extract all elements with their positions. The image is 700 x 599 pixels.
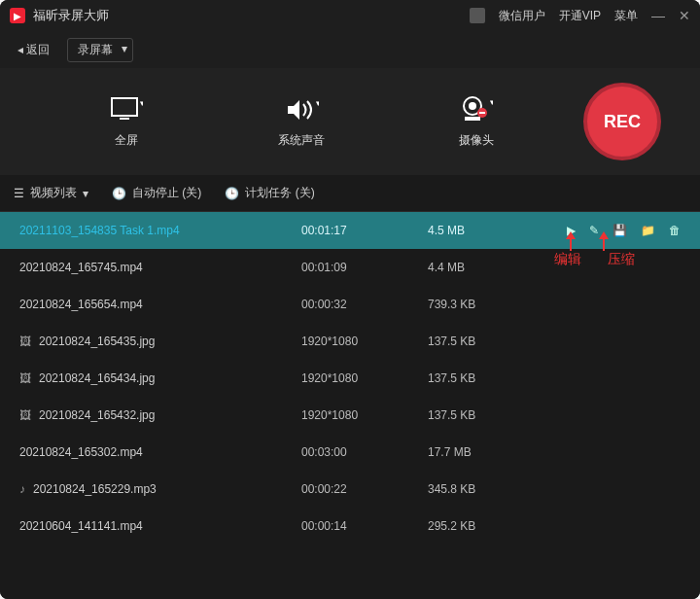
- file-name-cell: 20210824_165654.mp4: [19, 298, 301, 311]
- app-window: ▶ 福昕录屏大师 微信用户 开通VIP 菜单 — ✕ ◂ 返回 录屏幕 ▾ 全屏…: [0, 0, 700, 599]
- file-name-cell: ♪20210824_165229.mp3: [19, 482, 301, 496]
- file-name-cell: 20211103_154835 Task 1.mp4: [19, 224, 301, 237]
- file-list: 20211103_154835 Task 1.mp400:01:174.5 MB…: [0, 212, 700, 599]
- file-name: 20211103_154835 Task 1.mp4: [19, 224, 180, 237]
- clock-icon: 🕒: [225, 187, 239, 200]
- svg-rect-9: [479, 112, 485, 114]
- file-name-cell: 🖼20210824_165432.jpg: [19, 408, 301, 422]
- file-name-cell: 20210604_141141.mp4: [19, 519, 301, 533]
- autostop-label: 自动停止 (关): [132, 185, 201, 201]
- svg-point-6: [469, 102, 476, 110]
- file-row[interactable]: 🖼20210824_165432.jpg1920*1080137.5 KB: [0, 397, 700, 434]
- file-name: 20210824_165745.mp4: [19, 261, 143, 274]
- camera-icon: ▾: [460, 95, 493, 124]
- close-icon[interactable]: ✕: [679, 8, 690, 23]
- delete-icon[interactable]: 🗑: [669, 224, 681, 237]
- svg-marker-3: [288, 100, 299, 120]
- fullscreen-label: 全屏: [115, 132, 138, 149]
- fullscreen-option[interactable]: ▾ 全屏: [39, 95, 214, 149]
- menu-link[interactable]: 菜单: [614, 8, 638, 24]
- file-name: 20210824_165654.mp4: [19, 298, 143, 311]
- edit-icon[interactable]: ✎: [589, 224, 599, 237]
- file-size: 137.5 KB: [428, 408, 535, 422]
- play-icon[interactable]: ▶: [567, 224, 576, 237]
- audio-icon: ♪: [19, 482, 25, 496]
- file-name: 20210824_165432.jpg: [39, 408, 155, 422]
- tabbar: ☰ 视频列表 ▾ 🕒 自动停止 (关) 🕒 计划任务 (关): [0, 175, 700, 212]
- mode-dropdown[interactable]: 录屏幕: [67, 38, 133, 62]
- file-size: 4.4 MB: [428, 261, 535, 274]
- vip-link[interactable]: 开通VIP: [559, 8, 601, 24]
- file-row[interactable]: 20210824_165654.mp400:00:32739.3 KB: [0, 286, 700, 323]
- tab-video-list[interactable]: ☰ 视频列表 ▾: [14, 185, 88, 201]
- file-duration: 1920*1080: [301, 371, 428, 385]
- file-row[interactable]: 20210824_165745.mp400:01:094.4 MB: [0, 249, 700, 286]
- file-duration: 00:01:09: [301, 261, 428, 274]
- file-size: 345.8 KB: [428, 482, 535, 496]
- file-name-cell: 20210824_165745.mp4: [19, 261, 301, 274]
- file-name: 20210604_141141.mp4: [19, 519, 143, 533]
- file-size: 17.7 MB: [428, 445, 535, 459]
- file-size: 137.5 KB: [428, 371, 535, 385]
- user-avatar-icon[interactable]: [470, 8, 485, 23]
- file-row[interactable]: 🖼20210824_165434.jpg1920*1080137.5 KB: [0, 360, 700, 397]
- svg-rect-7: [465, 117, 480, 121]
- sysaudio-option[interactable]: ▾ 系统声音: [214, 95, 389, 149]
- file-name: 20210824_165302.mp4: [19, 445, 143, 459]
- titlebar-right: 微信用户 开通VIP 菜单 — ✕: [470, 8, 690, 24]
- svg-rect-1: [120, 118, 129, 120]
- clock-icon: 🕒: [112, 187, 126, 200]
- file-name-cell: 🖼20210824_165435.jpg: [19, 335, 301, 348]
- back-button[interactable]: ◂ 返回: [10, 39, 57, 61]
- image-icon: 🖼: [19, 335, 31, 348]
- chevron-down-icon: ▾: [83, 187, 88, 200]
- minimize-icon[interactable]: —: [651, 8, 665, 23]
- record-label: REC: [604, 112, 641, 132]
- user-type-label[interactable]: 微信用户: [499, 8, 545, 24]
- file-name: 20210824_165434.jpg: [39, 371, 155, 385]
- options-area: ▾ 全屏 ▾ 系统声音 ▾ 摄像头 REC: [0, 68, 700, 175]
- file-size: 739.3 KB: [428, 298, 535, 311]
- tab-schedule[interactable]: 🕒 计划任务 (关): [225, 185, 314, 201]
- tab-video-list-label: 视频列表: [30, 185, 77, 201]
- image-icon: 🖼: [19, 371, 31, 385]
- app-title: 福昕录屏大师: [33, 7, 109, 24]
- file-name: 20210824_165435.jpg: [39, 335, 155, 348]
- file-size: 295.2 KB: [428, 519, 535, 533]
- file-size: 137.5 KB: [428, 335, 535, 348]
- file-duration: 00:00:14: [301, 519, 428, 533]
- app-logo-icon: ▶: [10, 8, 25, 23]
- list-icon: ☰: [14, 187, 24, 200]
- save-icon[interactable]: 💾: [612, 224, 627, 237]
- speaker-icon: ▾: [284, 95, 319, 124]
- titlebar: ▶ 福昕录屏大师 微信用户 开通VIP 菜单 — ✕: [0, 0, 700, 31]
- camera-label: 摄像头: [459, 132, 494, 149]
- record-button[interactable]: REC: [583, 83, 661, 160]
- svg-rect-0: [112, 98, 137, 116]
- file-duration: 1920*1080: [301, 408, 428, 422]
- file-row[interactable]: 20211103_154835 Task 1.mp400:01:174.5 MB…: [0, 212, 700, 249]
- monitor-icon: ▾: [110, 95, 143, 124]
- subbar: ◂ 返回 录屏幕: [0, 31, 700, 68]
- file-duration: 00:03:00: [301, 445, 428, 459]
- sysaudio-label: 系统声音: [278, 132, 325, 149]
- camera-option[interactable]: ▾ 摄像头: [389, 95, 564, 149]
- file-name: 20210824_165229.mp3: [33, 482, 157, 496]
- file-row[interactable]: 20210824_165302.mp400:03:0017.7 MB: [0, 434, 700, 471]
- svg-text:▾: ▾: [140, 98, 143, 108]
- file-row[interactable]: 🖼20210824_165435.jpg1920*1080137.5 KB: [0, 323, 700, 360]
- file-name-cell: 20210824_165302.mp4: [19, 445, 301, 459]
- svg-text:▾: ▾: [316, 98, 319, 108]
- tab-autostop[interactable]: 🕒 自动停止 (关): [112, 185, 201, 201]
- file-duration: 1920*1080: [301, 335, 428, 348]
- image-icon: 🖼: [19, 408, 31, 422]
- file-row[interactable]: ♪20210824_165229.mp300:00:22345.8 KB: [0, 471, 700, 508]
- folder-icon[interactable]: 📁: [641, 224, 655, 237]
- file-duration: 00:01:17: [301, 224, 428, 237]
- file-actions: ▶✎💾📁🗑: [567, 224, 681, 237]
- schedule-label: 计划任务 (关): [245, 185, 314, 201]
- file-duration: 00:00:22: [301, 482, 428, 496]
- file-size: 4.5 MB: [428, 224, 535, 237]
- file-row[interactable]: 20210604_141141.mp400:00:14295.2 KB: [0, 508, 700, 545]
- file-duration: 00:00:32: [301, 298, 428, 311]
